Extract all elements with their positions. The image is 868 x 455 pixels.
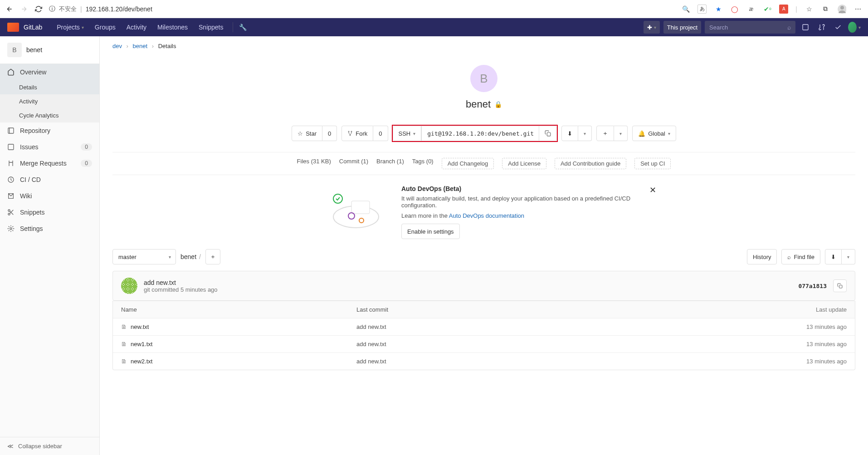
clone-url[interactable]: git@192.168.1.20:dev/benet.git xyxy=(421,126,539,141)
admin-wrench-icon[interactable]: 🔧 xyxy=(237,21,249,34)
breadcrumb: dev › benet › Details xyxy=(100,36,868,56)
translate-icon[interactable]: あ xyxy=(697,5,707,14)
svg-point-16 xyxy=(348,213,355,219)
notifications-button[interactable]: 🔔 Global ▾ xyxy=(632,126,676,141)
project-actions: ☆ Star 0 Fork 0 SSH ▾ git@192.168.1.20:d… xyxy=(100,126,868,141)
insecure-label: 不安全 xyxy=(59,5,77,13)
sidebar-item-cycle[interactable]: Cycle Analytics xyxy=(0,108,99,122)
setup-ci-button[interactable]: Set up CI xyxy=(634,158,671,169)
collections-icon[interactable]: ⧉ xyxy=(821,5,830,14)
add-dropdown[interactable]: ▾ xyxy=(614,126,628,141)
project-hero: B benet 🔒 xyxy=(100,56,868,115)
add-contrib-button[interactable]: Add Contribution guide xyxy=(555,158,626,169)
enable-autodevops-button[interactable]: Enable in settings xyxy=(401,224,460,239)
stat-commits[interactable]: Commit (1) xyxy=(339,158,368,169)
download-dropdown[interactable]: ▾ xyxy=(578,126,592,141)
opera-icon[interactable]: ◯ xyxy=(730,5,739,14)
sidebar-item-repository[interactable]: Repository xyxy=(0,122,99,139)
sidebar-item-activity[interactable]: Activity xyxy=(0,94,99,108)
sidebar-item-wiki[interactable]: Wiki xyxy=(0,188,99,204)
autodevops-link[interactable]: Auto DevOps documentation xyxy=(449,212,524,219)
autodevops-title: Auto DevOps (Beta) xyxy=(401,185,644,192)
stat-files[interactable]: Files (31 KB) xyxy=(297,158,331,169)
project-name: benet xyxy=(26,46,42,54)
add-license-button[interactable]: Add License xyxy=(502,158,546,169)
file-tree: Name Last commit Last update 🗎new.txt ad… xyxy=(112,301,855,370)
sidebar-item-issues[interactable]: Issues 0 xyxy=(0,139,99,155)
issues-icon[interactable] xyxy=(799,21,812,34)
collapse-sidebar[interactable]: ≪ Collapse sidebar xyxy=(0,437,99,455)
gitlab-logo-icon xyxy=(7,23,19,32)
sidebar-item-overview[interactable]: Overview xyxy=(0,64,99,80)
nav-milestones[interactable]: Milestones xyxy=(152,18,193,36)
commit-message[interactable]: add new.txt xyxy=(144,279,792,286)
cicd-icon xyxy=(7,176,15,183)
find-file-button[interactable]: ⌕ Find file xyxy=(781,249,820,264)
path-breadcrumb: benet / xyxy=(180,253,201,260)
lock-icon: 🔒 xyxy=(494,101,502,108)
user-menu[interactable]: ▾ xyxy=(848,21,861,34)
brand[interactable]: GitLab xyxy=(7,23,42,32)
breadcrumb-project[interactable]: benet xyxy=(133,43,148,49)
url-bar[interactable]: ⓘ 不安全 | 192.168.1.20/dev/benet xyxy=(49,5,675,13)
main-content: dev › benet › Details B benet 🔒 ☆ Star 0… xyxy=(100,36,868,455)
download-source-button[interactable]: ⬇ xyxy=(825,249,842,264)
commit-sha[interactable]: 077a1813 xyxy=(798,283,827,289)
shield-icon[interactable]: ✔0 xyxy=(763,5,772,14)
search-input[interactable] xyxy=(709,24,787,31)
zoom-icon[interactable]: 🔍 xyxy=(681,5,690,14)
user-avatar-icon[interactable] xyxy=(837,5,846,14)
ext-icon[interactable]: A xyxy=(779,5,788,14)
sidebar-item-settings[interactable]: Settings xyxy=(0,220,99,237)
file-row[interactable]: 🗎new1.txt add new.txt 13 minutes ago xyxy=(113,335,855,352)
mr-icon[interactable] xyxy=(815,21,828,34)
search-scope[interactable]: This project xyxy=(663,21,701,34)
new-dropdown[interactable]: ✚ ▾ xyxy=(644,21,660,34)
copy-sha-button[interactable] xyxy=(833,279,847,292)
global-search[interactable]: ⌕ xyxy=(705,21,795,34)
add-button[interactable]: ＋ xyxy=(596,126,614,141)
nav-groups[interactable]: Groups xyxy=(89,18,121,36)
branch-select[interactable]: master xyxy=(112,249,176,264)
file-browser-bar: master benet / ＋ History ⌕ Find file ⬇ ▾ xyxy=(112,249,855,264)
favorite-icon[interactable]: ☆ xyxy=(805,5,814,14)
svg-rect-2 xyxy=(803,24,808,30)
stat-branches[interactable]: Branch (1) xyxy=(376,158,404,169)
svg-rect-4 xyxy=(8,144,14,150)
add-changelog-button[interactable]: Add Changelog xyxy=(442,158,494,169)
star-button[interactable]: ☆ Star xyxy=(292,126,322,141)
sidebar-item-snippets[interactable]: Snippets xyxy=(0,204,99,220)
sidebar-project[interactable]: B benet xyxy=(0,36,99,64)
protocol-select[interactable]: SSH ▾ xyxy=(393,126,422,141)
svg-point-1 xyxy=(840,6,844,10)
svg-point-10 xyxy=(351,131,352,132)
commit-meta: git committed 5 minutes ago xyxy=(144,286,792,293)
nav-activity[interactable]: Activity xyxy=(121,18,152,36)
file-icon: 🗎 xyxy=(121,358,127,365)
fork-button[interactable]: Fork xyxy=(341,126,373,141)
nav-snippets[interactable]: Snippets xyxy=(193,18,229,36)
more-icon[interactable]: ⋯ xyxy=(853,5,863,14)
search-icon: ⌕ xyxy=(787,24,791,31)
todos-icon[interactable] xyxy=(832,21,844,34)
back-icon[interactable] xyxy=(5,5,14,13)
stat-tags[interactable]: Tags (0) xyxy=(412,158,434,169)
file-row[interactable]: 🗎new2.txt add new.txt 13 minutes ago xyxy=(113,352,855,370)
reload-icon[interactable] xyxy=(34,5,43,13)
sidebar-item-details[interactable]: Details xyxy=(0,80,99,94)
close-icon[interactable]: ✕ xyxy=(649,185,656,195)
sidebar-item-mr[interactable]: Merge Requests 0 xyxy=(0,155,99,171)
svg-rect-15 xyxy=(351,201,370,214)
download-source-dropdown[interactable]: ▾ xyxy=(842,249,855,264)
ae-icon[interactable]: æ xyxy=(746,5,756,14)
download-button[interactable]: ⬇ xyxy=(561,126,578,141)
nav-projects[interactable]: Projects ▾ xyxy=(51,18,89,36)
sidebar-item-cicd[interactable]: CI / CD xyxy=(0,171,99,188)
star-icon[interactable]: ★ xyxy=(714,5,723,14)
breadcrumb-group[interactable]: dev xyxy=(112,43,122,49)
copy-url-button[interactable] xyxy=(539,126,557,141)
add-to-tree-button[interactable]: ＋ xyxy=(205,249,220,264)
history-button[interactable]: History xyxy=(747,249,777,264)
project-title: benet 🔒 xyxy=(100,98,868,110)
file-row[interactable]: 🗎new.txt add new.txt 13 minutes ago xyxy=(113,318,855,335)
